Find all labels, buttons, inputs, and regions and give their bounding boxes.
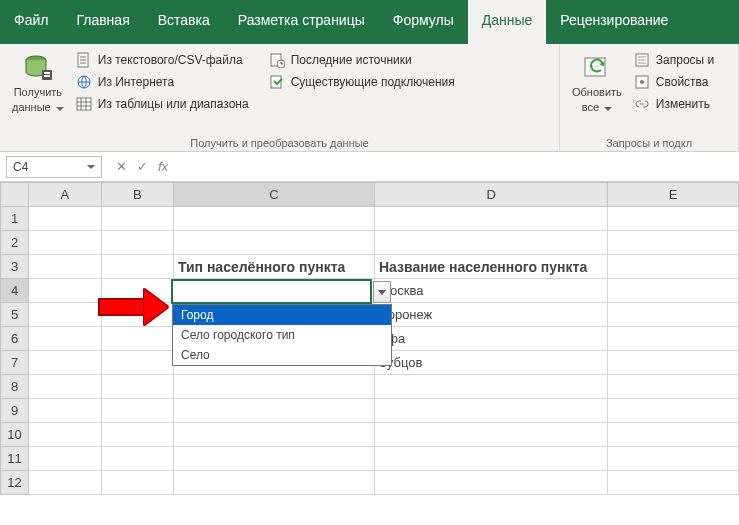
data-validation-dropdown-button[interactable]	[373, 281, 391, 303]
cell[interactable]	[101, 423, 173, 447]
row-header-4[interactable]: 4	[1, 279, 29, 303]
cell[interactable]	[173, 375, 374, 399]
cell[interactable]	[608, 279, 739, 303]
select-all-corner[interactable]	[1, 183, 29, 207]
from-table-button[interactable]: Из таблицы или диапазона	[76, 96, 249, 112]
cell[interactable]	[375, 375, 608, 399]
cell[interactable]	[608, 351, 739, 375]
cell[interactable]	[608, 231, 739, 255]
name-box[interactable]: C4	[6, 156, 102, 178]
cell[interactable]	[375, 207, 608, 231]
row-header-11[interactable]: 11	[1, 447, 29, 471]
cell[interactable]	[608, 423, 739, 447]
tab-data[interactable]: Данные	[468, 0, 547, 44]
cell[interactable]	[29, 351, 101, 375]
row-header-2[interactable]: 2	[1, 231, 29, 255]
cell[interactable]	[29, 303, 101, 327]
cell[interactable]	[29, 255, 101, 279]
cell[interactable]	[101, 471, 173, 495]
col-header-E[interactable]: E	[608, 183, 739, 207]
col-header-B[interactable]: B	[101, 183, 173, 207]
dropdown-option[interactable]: Город	[173, 305, 391, 325]
cell-C4[interactable]	[173, 279, 374, 303]
row-header-12[interactable]: 12	[1, 471, 29, 495]
tab-home[interactable]: Главная	[62, 0, 143, 44]
recent-sources-button[interactable]: Последние источники	[269, 52, 455, 68]
cell[interactable]	[29, 447, 101, 471]
cell[interactable]	[608, 255, 739, 279]
formula-input[interactable]	[176, 156, 739, 178]
cell[interactable]	[29, 375, 101, 399]
tab-insert[interactable]: Вставка	[144, 0, 224, 44]
cell[interactable]	[101, 375, 173, 399]
refresh-all-button[interactable]: Обновить все	[568, 48, 626, 149]
cell[interactable]	[608, 207, 739, 231]
cell[interactable]	[29, 327, 101, 351]
cell[interactable]	[29, 207, 101, 231]
cell[interactable]	[101, 231, 173, 255]
cell[interactable]	[101, 327, 173, 351]
edit-links-button[interactable]: Изменить	[634, 96, 714, 112]
cell[interactable]	[173, 447, 374, 471]
existing-connections-button[interactable]: Существующие подключения	[269, 74, 455, 90]
dropdown-option[interactable]: Село	[173, 345, 391, 365]
cell-D3[interactable]: Название населенного пункта	[375, 255, 608, 279]
properties-button[interactable]: Свойства	[634, 74, 714, 90]
from-web-button[interactable]: Из Интернета	[76, 74, 249, 90]
col-header-D[interactable]: D	[375, 183, 608, 207]
row-header-5[interactable]: 5	[1, 303, 29, 327]
tab-page-layout[interactable]: Разметка страницы	[224, 0, 379, 44]
cell[interactable]	[173, 207, 374, 231]
cell[interactable]	[608, 303, 739, 327]
tab-review[interactable]: Рецензирование	[546, 0, 682, 44]
cell[interactable]	[375, 447, 608, 471]
queries-connections-button[interactable]: Запросы и	[634, 52, 714, 68]
cell[interactable]	[375, 423, 608, 447]
cell[interactable]	[101, 207, 173, 231]
cell[interactable]	[608, 447, 739, 471]
cell[interactable]	[101, 399, 173, 423]
cell[interactable]	[608, 399, 739, 423]
col-header-C[interactable]: C	[173, 183, 374, 207]
cell[interactable]	[608, 327, 739, 351]
row-header-7[interactable]: 7	[1, 351, 29, 375]
fx-button[interactable]: fx	[158, 159, 168, 174]
cell[interactable]	[173, 471, 374, 495]
dropdown-option[interactable]: Село городского тип	[173, 325, 391, 345]
row-header-8[interactable]: 8	[1, 375, 29, 399]
cell[interactable]	[608, 375, 739, 399]
cell[interactable]	[29, 471, 101, 495]
cell[interactable]	[173, 231, 374, 255]
data-validation-dropdown-list: Город Село городского тип Село	[172, 304, 392, 366]
from-csv-button[interactable]: Из текстового/CSV-файла	[76, 52, 249, 68]
accept-formula-button[interactable]: ✓	[137, 159, 148, 174]
row-header-1[interactable]: 1	[1, 207, 29, 231]
cell-D6[interactable]: Уфа	[375, 327, 608, 351]
cell[interactable]	[173, 423, 374, 447]
cell[interactable]	[101, 255, 173, 279]
row-header-10[interactable]: 10	[1, 423, 29, 447]
cell[interactable]	[29, 423, 101, 447]
cell[interactable]	[173, 399, 374, 423]
cell[interactable]	[29, 231, 101, 255]
tab-file[interactable]: Файл	[0, 0, 62, 44]
cell-D7[interactable]: Зубцов	[375, 351, 608, 375]
cancel-formula-button[interactable]: ✕	[116, 159, 127, 174]
cell[interactable]	[375, 399, 608, 423]
cell[interactable]	[29, 399, 101, 423]
cell[interactable]	[375, 471, 608, 495]
tab-formulas[interactable]: Формулы	[379, 0, 468, 44]
cell[interactable]	[608, 471, 739, 495]
cell[interactable]	[101, 351, 173, 375]
row-header-3[interactable]: 3	[1, 255, 29, 279]
cell[interactable]	[29, 279, 101, 303]
row-header-9[interactable]: 9	[1, 399, 29, 423]
cell-D4[interactable]: Москва	[375, 279, 608, 303]
row-header-6[interactable]: 6	[1, 327, 29, 351]
cell[interactable]	[101, 447, 173, 471]
col-header-A[interactable]: A	[29, 183, 101, 207]
cell-D5[interactable]: Воронеж	[375, 303, 608, 327]
get-data-button[interactable]: Получить данные	[8, 48, 68, 149]
cell-C3[interactable]: Тип населённого пункта	[173, 255, 374, 279]
cell[interactable]	[375, 231, 608, 255]
